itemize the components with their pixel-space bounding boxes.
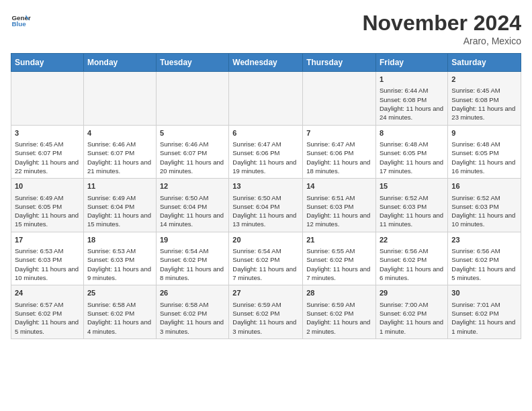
calendar-day-cell: 21Sunrise: 6:55 AM Sunset: 6:02 PM Dayli… — [303, 232, 376, 285]
calendar-day-cell — [83, 72, 156, 126]
calendar-day-cell: 29Sunrise: 7:00 AM Sunset: 6:02 PM Dayli… — [376, 285, 448, 339]
calendar-day-cell: 1Sunrise: 6:44 AM Sunset: 6:08 PM Daylig… — [376, 72, 448, 126]
day-number: 12 — [160, 181, 225, 191]
day-number: 28 — [306, 288, 372, 298]
calendar-day-cell: 10Sunrise: 6:49 AM Sunset: 6:05 PM Dayli… — [11, 179, 84, 232]
svg-text:Blue: Blue — [12, 20, 27, 28]
day-info: Sunrise: 6:49 AM Sunset: 6:05 PM Dayligh… — [15, 194, 79, 228]
day-number: 5 — [160, 128, 225, 138]
day-number: 2 — [451, 75, 517, 85]
day-info: Sunrise: 6:46 AM Sunset: 6:07 PM Dayligh… — [160, 140, 224, 175]
calendar-day-cell: 8Sunrise: 6:48 AM Sunset: 6:05 PM Daylig… — [376, 125, 448, 179]
day-info: Sunrise: 6:59 AM Sunset: 6:02 PM Dayligh… — [306, 301, 370, 335]
calendar-day-cell — [11, 72, 84, 126]
calendar-day-cell: 13Sunrise: 6:50 AM Sunset: 6:04 PM Dayli… — [229, 179, 303, 232]
calendar-day-cell: 17Sunrise: 6:53 AM Sunset: 6:03 PM Dayli… — [11, 232, 84, 285]
weekday-header-cell: Friday — [376, 54, 448, 72]
day-info: Sunrise: 6:54 AM Sunset: 6:02 PM Dayligh… — [160, 247, 224, 281]
day-number: 8 — [380, 128, 444, 138]
calendar-week-row: 10Sunrise: 6:49 AM Sunset: 6:05 PM Dayli… — [11, 179, 521, 232]
calendar-week-row: 3Sunrise: 6:45 AM Sunset: 6:07 PM Daylig… — [11, 125, 521, 179]
day-info: Sunrise: 6:45 AM Sunset: 6:07 PM Dayligh… — [15, 140, 79, 175]
day-number: 1 — [380, 75, 444, 85]
calendar-day-cell: 24Sunrise: 6:57 AM Sunset: 6:02 PM Dayli… — [11, 285, 84, 339]
location: Araro, Mexico — [362, 36, 521, 46]
calendar-day-cell: 6Sunrise: 6:47 AM Sunset: 6:06 PM Daylig… — [229, 125, 303, 179]
calendar-day-cell — [303, 72, 376, 126]
day-number: 19 — [160, 235, 225, 245]
calendar-day-cell: 4Sunrise: 6:46 AM Sunset: 6:07 PM Daylig… — [83, 125, 156, 179]
weekday-header-cell: Tuesday — [156, 54, 228, 72]
calendar-day-cell — [229, 72, 303, 126]
calendar-week-row: 24Sunrise: 6:57 AM Sunset: 6:02 PM Dayli… — [11, 285, 521, 339]
day-number: 7 — [306, 128, 372, 138]
day-info: Sunrise: 7:01 AM Sunset: 6:02 PM Dayligh… — [451, 301, 515, 335]
calendar-day-cell: 2Sunrise: 6:45 AM Sunset: 6:08 PM Daylig… — [448, 72, 521, 126]
day-info: Sunrise: 6:53 AM Sunset: 6:03 PM Dayligh… — [87, 247, 151, 281]
day-info: Sunrise: 6:46 AM Sunset: 6:07 PM Dayligh… — [87, 140, 151, 175]
day-info: Sunrise: 6:45 AM Sunset: 6:08 PM Dayligh… — [451, 87, 515, 121]
calendar-day-cell: 15Sunrise: 6:52 AM Sunset: 6:03 PM Dayli… — [376, 179, 448, 232]
day-info: Sunrise: 6:52 AM Sunset: 6:03 PM Dayligh… — [380, 194, 443, 228]
calendar-day-cell: 3Sunrise: 6:45 AM Sunset: 6:07 PM Daylig… — [11, 125, 84, 179]
calendar-body: 1Sunrise: 6:44 AM Sunset: 6:08 PM Daylig… — [11, 72, 521, 339]
day-number: 20 — [232, 235, 299, 245]
day-info: Sunrise: 6:57 AM Sunset: 6:02 PM Dayligh… — [15, 301, 79, 335]
day-info: Sunrise: 6:48 AM Sunset: 6:05 PM Dayligh… — [380, 140, 443, 175]
page-header: General Blue November 2024 Araro, Mexico — [11, 11, 521, 46]
weekday-header-cell: Wednesday — [229, 54, 303, 72]
day-info: Sunrise: 6:50 AM Sunset: 6:04 PM Dayligh… — [160, 194, 224, 228]
calendar-day-cell: 23Sunrise: 6:56 AM Sunset: 6:02 PM Dayli… — [448, 232, 521, 285]
day-info: Sunrise: 6:52 AM Sunset: 6:03 PM Dayligh… — [451, 194, 515, 228]
day-info: Sunrise: 6:44 AM Sunset: 6:08 PM Dayligh… — [380, 87, 443, 121]
day-info: Sunrise: 6:59 AM Sunset: 6:02 PM Dayligh… — [232, 301, 296, 335]
day-number: 18 — [87, 235, 152, 245]
day-info: Sunrise: 6:50 AM Sunset: 6:04 PM Dayligh… — [232, 194, 296, 228]
day-info: Sunrise: 6:49 AM Sunset: 6:04 PM Dayligh… — [87, 194, 151, 228]
calendar-day-cell: 9Sunrise: 6:48 AM Sunset: 6:05 PM Daylig… — [448, 125, 521, 179]
day-info: Sunrise: 6:55 AM Sunset: 6:02 PM Dayligh… — [306, 247, 370, 281]
calendar-day-cell: 25Sunrise: 6:58 AM Sunset: 6:02 PM Dayli… — [83, 285, 156, 339]
calendar-day-cell: 5Sunrise: 6:46 AM Sunset: 6:07 PM Daylig… — [156, 125, 228, 179]
calendar-day-cell: 7Sunrise: 6:47 AM Sunset: 6:06 PM Daylig… — [303, 125, 376, 179]
calendar-day-cell: 28Sunrise: 6:59 AM Sunset: 6:02 PM Dayli… — [303, 285, 376, 339]
title-block: November 2024 Araro, Mexico — [362, 11, 521, 46]
logo: General Blue — [11, 11, 31, 31]
calendar-day-cell — [156, 72, 228, 126]
day-number: 23 — [451, 235, 517, 245]
calendar-day-cell: 27Sunrise: 6:59 AM Sunset: 6:02 PM Dayli… — [229, 285, 303, 339]
day-number: 11 — [87, 181, 152, 191]
day-info: Sunrise: 6:56 AM Sunset: 6:02 PM Dayligh… — [451, 247, 515, 281]
day-number: 3 — [15, 128, 80, 138]
day-info: Sunrise: 6:58 AM Sunset: 6:02 PM Dayligh… — [87, 301, 151, 335]
day-number: 27 — [232, 288, 299, 298]
day-info: Sunrise: 6:51 AM Sunset: 6:03 PM Dayligh… — [306, 194, 370, 228]
day-number: 6 — [232, 128, 299, 138]
calendar-day-cell: 20Sunrise: 6:54 AM Sunset: 6:02 PM Dayli… — [229, 232, 303, 285]
day-number: 24 — [15, 288, 80, 298]
day-number: 9 — [451, 128, 517, 138]
weekday-header-cell: Saturday — [448, 54, 521, 72]
calendar-day-cell: 11Sunrise: 6:49 AM Sunset: 6:04 PM Dayli… — [83, 179, 156, 232]
day-number: 26 — [160, 288, 225, 298]
calendar-day-cell: 19Sunrise: 6:54 AM Sunset: 6:02 PM Dayli… — [156, 232, 228, 285]
calendar-day-cell: 12Sunrise: 6:50 AM Sunset: 6:04 PM Dayli… — [156, 179, 228, 232]
day-info: Sunrise: 6:47 AM Sunset: 6:06 PM Dayligh… — [306, 140, 370, 175]
calendar-day-cell: 22Sunrise: 6:56 AM Sunset: 6:02 PM Dayli… — [376, 232, 448, 285]
day-info: Sunrise: 6:47 AM Sunset: 6:06 PM Dayligh… — [232, 140, 296, 175]
weekday-header-cell: Thursday — [303, 54, 376, 72]
day-number: 16 — [451, 181, 517, 191]
day-info: Sunrise: 6:48 AM Sunset: 6:05 PM Dayligh… — [451, 140, 515, 175]
day-number: 21 — [306, 235, 372, 245]
calendar-table: SundayMondayTuesdayWednesdayThursdayFrid… — [11, 53, 521, 339]
day-number: 17 — [15, 235, 80, 245]
weekday-header-row: SundayMondayTuesdayWednesdayThursdayFrid… — [11, 54, 521, 72]
calendar-day-cell: 18Sunrise: 6:53 AM Sunset: 6:03 PM Dayli… — [83, 232, 156, 285]
day-info: Sunrise: 6:58 AM Sunset: 6:02 PM Dayligh… — [160, 301, 224, 335]
calendar-day-cell: 26Sunrise: 6:58 AM Sunset: 6:02 PM Dayli… — [156, 285, 228, 339]
day-number: 13 — [232, 181, 299, 191]
day-number: 4 — [87, 128, 152, 138]
day-info: Sunrise: 6:56 AM Sunset: 6:02 PM Dayligh… — [380, 247, 443, 281]
calendar-week-row: 17Sunrise: 6:53 AM Sunset: 6:03 PM Dayli… — [11, 232, 521, 285]
calendar-day-cell: 16Sunrise: 6:52 AM Sunset: 6:03 PM Dayli… — [448, 179, 521, 232]
